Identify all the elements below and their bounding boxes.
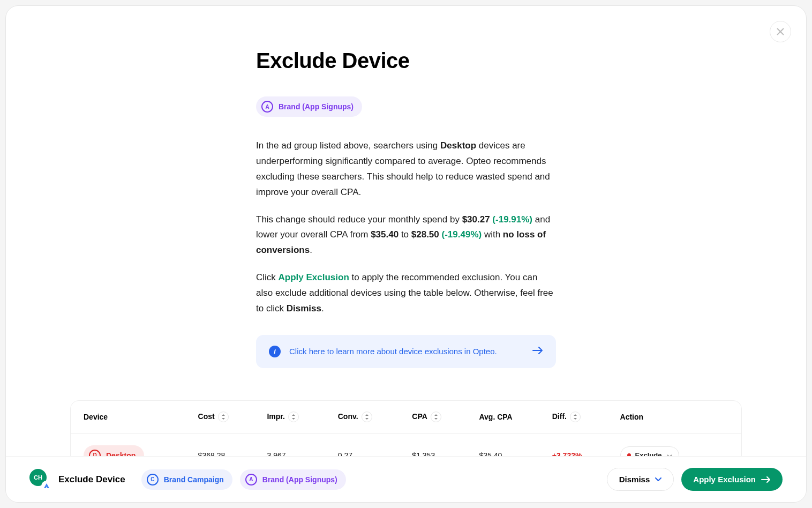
col-diff[interactable]: Diff. [544,401,612,434]
device-chip: D Desktop [84,445,144,456]
col-conv[interactable]: Conv. [329,401,404,434]
ad-group-chip-label: Brand (App Signups) [279,102,354,111]
ad-group-badge-icon: A [261,101,273,113]
page-title: Exclude Device [256,49,556,73]
col-device[interactable]: Device [71,401,190,434]
col-cost[interactable]: Cost [190,401,259,434]
campaign-badge-icon: C [147,474,159,485]
adgroup-badge-icon: A [245,474,257,485]
footer-title: Exclude Device [58,474,125,485]
sort-icon [431,412,441,422]
avatar: CH [29,469,51,490]
cell-conv: 0.27 [329,433,404,456]
col-cpa[interactable]: CPA [403,401,470,434]
action-label: Exclude [635,451,662,456]
platform-icon [41,481,52,491]
close-button[interactable] [770,21,791,42]
arrow-right-icon [532,347,543,356]
description: In the ad group listed above, searchers … [256,138,556,317]
cell-avg-cpa: $35.40 [470,433,543,456]
device-name: Desktop [106,451,136,456]
chevron-down-icon [655,477,661,482]
col-impr[interactable]: Impr. [258,401,329,434]
device-badge-icon: D [89,450,101,456]
chevron-down-icon [667,451,672,456]
col-avg-cpa[interactable]: Avg. CPA [470,401,543,434]
cell-impr: 3,967 [258,433,329,456]
info-banner-text: Click here to learn more about device ex… [289,347,532,356]
action-select[interactable]: Exclude [620,446,679,456]
sort-icon [288,412,299,422]
sort-icon [218,412,229,422]
device-table: Device Cost Impr. Conv. CPA Avg. CPA Dif… [70,400,742,456]
sort-icon [362,412,372,422]
footer-bar: CH Exclude Device C Brand Campaign A Bra… [6,456,806,502]
campaign-chip-label: Brand Campaign [164,475,224,484]
dismiss-button[interactable]: Dismiss [607,468,674,491]
arrow-right-icon [761,476,771,483]
col-action: Action [612,401,741,434]
cell-cpa: $1,353 [403,433,470,456]
ad-group-chip[interactable]: A Brand (App Signups) [256,96,362,117]
footer-adgroup-chip[interactable]: A Brand (App Signups) [240,469,346,490]
cell-cost: $368.28 [190,433,259,456]
content-area: Exclude Device A Brand (App Signups) In … [6,6,806,456]
info-icon: i [269,346,281,357]
apply-exclusion-button[interactable]: Apply Exclusion [681,468,783,491]
sort-icon [570,412,581,422]
campaign-chip[interactable]: C Brand Campaign [141,469,232,490]
close-icon [777,28,784,35]
cell-diff: +3,722% [544,433,612,456]
table-row: D Desktop $368.28 3,967 0.27 $1,353 $35.… [71,433,741,456]
modal-window: Exclude Device A Brand (App Signups) In … [5,5,807,503]
footer-adgroup-chip-label: Brand (App Signups) [262,475,337,484]
info-banner[interactable]: i Click here to learn more about device … [256,335,556,368]
